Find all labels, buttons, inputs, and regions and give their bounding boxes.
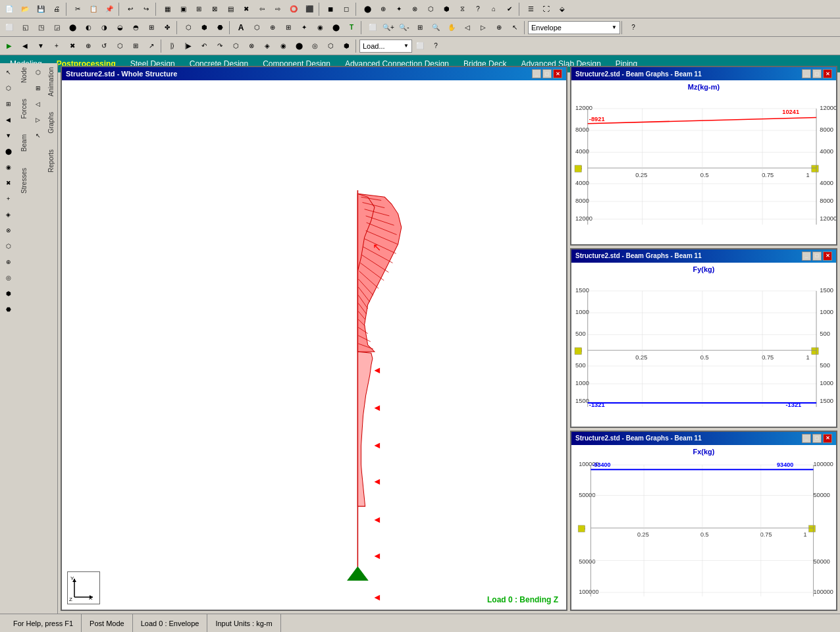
tool-e[interactable]: ⬤	[1, 144, 16, 159]
tool-f[interactable]: ◉	[1, 160, 16, 174]
btn2-v[interactable]: T	[344, 20, 359, 35]
btn2-h[interactable]: ◒	[113, 20, 127, 35]
tool-t[interactable]: ↖	[31, 128, 45, 143]
btn2-j[interactable]: ⊞	[144, 20, 159, 35]
btn3-s[interactable]: ⬤	[292, 39, 306, 53]
btn2-k[interactable]: ✤	[160, 20, 174, 35]
print-btn[interactable]: 🖨	[49, 2, 64, 16]
btn3-d[interactable]: +	[49, 39, 64, 53]
btn3-o[interactable]: ⬡	[228, 39, 243, 53]
btn3-w[interactable]: ⬜	[413, 39, 427, 53]
tool-s[interactable]: ▷	[31, 113, 45, 127]
btn2-u[interactable]: ⬤	[328, 20, 343, 35]
btn3-k[interactable]: |⟩	[165, 39, 180, 53]
btn3-a[interactable]: ▶	[2, 39, 16, 53]
redo-btn[interactable]: ↪	[139, 2, 153, 16]
sidebar-label-animation[interactable]: Animation	[46, 66, 56, 97]
copy-btn[interactable]: 📋	[86, 2, 101, 16]
btn-p[interactable]: ⊗	[407, 2, 422, 16]
btn2-s[interactable]: ✦	[297, 20, 311, 35]
btn-a[interactable]: ▦	[160, 2, 174, 16]
btn-t[interactable]: ?	[471, 2, 485, 16]
btn3-n[interactable]: ↷	[213, 39, 227, 53]
btn3-q[interactable]: ◈	[260, 39, 275, 53]
help-btn[interactable]: ?	[626, 20, 641, 35]
btn-y[interactable]: ⬙	[555, 2, 569, 16]
zoom-in2[interactable]: 🔍	[429, 20, 443, 35]
btn3-r[interactable]: ◉	[276, 39, 290, 53]
tool-g[interactable]: ✖	[1, 176, 16, 190]
new-btn[interactable]: 📄	[2, 2, 16, 16]
btn-w[interactable]: ☰	[523, 2, 538, 16]
g1-close[interactable]: ✕	[823, 69, 832, 78]
tool-o[interactable]: ⬣	[1, 302, 16, 317]
g1-min[interactable]: _	[802, 69, 811, 78]
cut-btn[interactable]: ✂	[70, 2, 85, 16]
tool-q[interactable]: ⊞	[31, 81, 45, 95]
btn-d[interactable]: ⊠	[207, 2, 222, 16]
btn3-j[interactable]: ↗	[144, 39, 159, 53]
btn-o[interactable]: ✦	[392, 2, 406, 16]
tool-n[interactable]: ⬢	[1, 286, 16, 301]
btn3-x[interactable]: ?	[429, 39, 443, 53]
btn-e[interactable]: ▤	[223, 2, 238, 16]
tool-d[interactable]: ▼	[1, 128, 16, 143]
tool-a[interactable]: ⬡	[1, 81, 16, 95]
btn-m[interactable]: ⬤	[360, 2, 375, 16]
btn2-c[interactable]: ◳	[34, 20, 48, 35]
btn-h[interactable]: ⇨	[271, 2, 285, 16]
btn2-n[interactable]: ⬣	[213, 20, 227, 35]
btn-l[interactable]: ◻	[339, 2, 354, 16]
cursor[interactable]: ↖	[508, 20, 522, 35]
btn-j[interactable]: ⬛	[302, 2, 317, 16]
btn-v[interactable]: ✔	[502, 2, 517, 16]
btn-u[interactable]: ⌂	[486, 2, 501, 16]
minimize-btn[interactable]: _	[532, 69, 541, 78]
open-btn[interactable]: 📂	[18, 2, 32, 16]
btn-r[interactable]: ⬢	[439, 2, 454, 16]
btn2-i[interactable]: ◓	[128, 20, 143, 35]
envelope-dropdown[interactable]: Envelope ▼	[528, 21, 620, 34]
btn3-b[interactable]: ◀	[18, 39, 32, 53]
btn3-c[interactable]: ▼	[34, 39, 48, 53]
g3-min[interactable]: _	[802, 434, 811, 443]
btn2-a[interactable]: ⬜	[2, 20, 16, 35]
sidebar-label-reports[interactable]: Reports	[46, 148, 56, 174]
btn3-m[interactable]: ↶	[197, 39, 211, 53]
btn-k[interactable]: ◼	[323, 2, 338, 16]
zoom-plus[interactable]: 🔍+	[381, 20, 396, 35]
btn-q[interactable]: ⬡	[423, 2, 438, 16]
zoom-select[interactable]: ⊕	[492, 20, 506, 35]
btn2-e[interactable]: ⬤	[65, 20, 80, 35]
btn3-e[interactable]: ✖	[65, 39, 80, 53]
sidebar-label-beam[interactable]: Beam	[19, 133, 29, 153]
tool-j[interactable]: ⊗	[1, 223, 16, 238]
btn3-u[interactable]: ⬡	[323, 39, 338, 53]
tool-h[interactable]: +	[1, 192, 16, 206]
zoom-next[interactable]: ▷	[476, 20, 490, 35]
tool-k[interactable]: ⬡	[1, 239, 16, 253]
sidebar-label-graphs[interactable]: Graphs	[46, 111, 56, 135]
load-dropdown[interactable]: Load...▼	[359, 40, 412, 53]
sidebar-label-stresses[interactable]: Stresses	[19, 167, 29, 195]
g2-close[interactable]: ✕	[823, 251, 832, 261]
btn2-q[interactable]: ⊕	[265, 20, 280, 35]
save-btn[interactable]: 💾	[34, 2, 48, 16]
btn-i[interactable]: ⭕	[286, 2, 301, 16]
btn-g[interactable]: ⇦	[255, 2, 269, 16]
btn3-p[interactable]: ⊗	[244, 39, 259, 53]
pan[interactable]: ✋	[444, 20, 459, 35]
undo-btn[interactable]: ↩	[123, 2, 138, 16]
btn-b[interactable]: ▣	[176, 2, 190, 16]
sidebar-label-forces[interactable]: Forces	[19, 97, 29, 120]
btn2-b[interactable]: ◱	[18, 20, 32, 35]
btn2-t[interactable]: ◉	[313, 20, 327, 35]
btn-x[interactable]: ⛶	[539, 2, 554, 16]
paste-btn[interactable]: 📌	[102, 2, 117, 16]
close-btn[interactable]: ✕	[553, 69, 562, 78]
zoom-all[interactable]: ⊞	[413, 20, 427, 35]
btn-c[interactable]: ⊞	[192, 2, 206, 16]
btn2-l[interactable]: ⬡	[181, 20, 196, 35]
tool-p[interactable]: ⬡	[31, 65, 45, 80]
g2-max[interactable]: □	[812, 251, 822, 261]
